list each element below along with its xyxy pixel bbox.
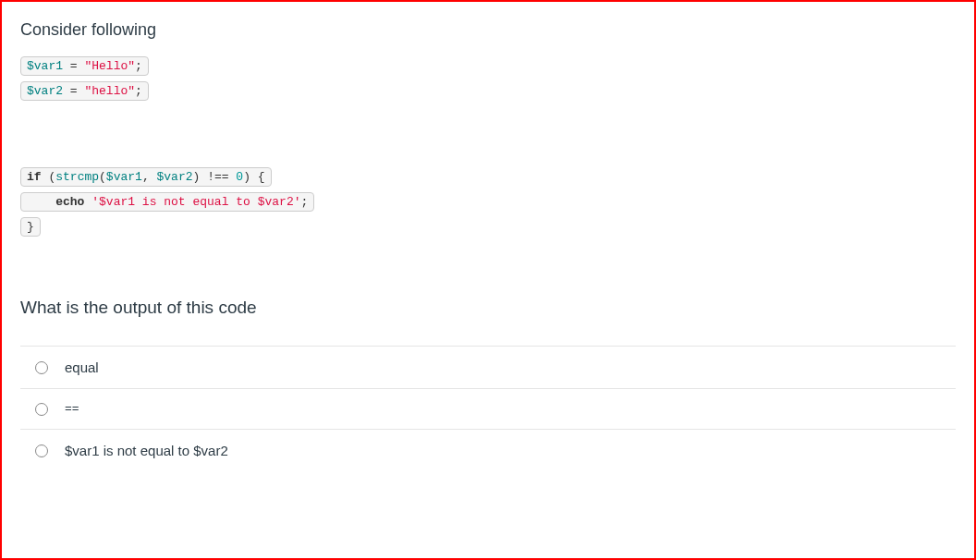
option-label: equal xyxy=(65,359,99,375)
options-list: equal == $var1 is not equal to $var2 xyxy=(20,346,956,471)
code-line: } xyxy=(20,217,41,237)
option-label: == xyxy=(65,402,79,416)
question-subtext: What is the output of this code xyxy=(20,298,956,318)
question-container: Consider following $var1 = "Hello"; $var… xyxy=(0,0,976,560)
question-prompt: Consider following xyxy=(20,20,956,40)
code-block-2: if (strcmp($var1, $var2) !== 0) { echo '… xyxy=(20,167,956,242)
option-row[interactable]: $var1 is not equal to $var2 xyxy=(20,429,956,471)
code-line: if (strcmp($var1, $var2) !== 0) { xyxy=(20,167,272,187)
code-line: $var2 = "hello"; xyxy=(20,81,149,101)
radio-icon[interactable] xyxy=(35,444,48,457)
code-line: echo '$var1 is not equal to $var2'; xyxy=(20,192,314,212)
option-row[interactable]: equal xyxy=(20,346,956,388)
radio-icon[interactable] xyxy=(35,403,48,416)
spacer xyxy=(20,112,956,167)
code-block-1: $var1 = "Hello"; $var2 = "hello"; xyxy=(20,56,956,106)
radio-icon[interactable] xyxy=(35,361,48,374)
code-line: $var1 = "Hello"; xyxy=(20,56,149,76)
option-label: $var1 is not equal to $var2 xyxy=(65,443,228,458)
option-row[interactable]: == xyxy=(20,388,956,429)
